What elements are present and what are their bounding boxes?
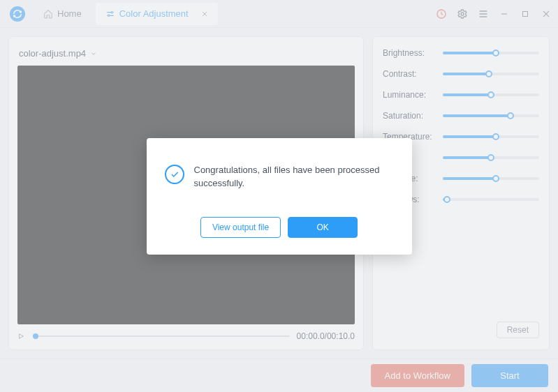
view-output-button[interactable]: View output file — [200, 217, 281, 238]
ok-button[interactable]: OK — [288, 217, 358, 238]
modal-backdrop: Congratulations, all files have been pro… — [0, 0, 558, 392]
check-icon — [165, 165, 184, 184]
success-dialog: Congratulations, all files have been pro… — [147, 138, 412, 255]
dialog-message: Congratulations, all files have been pro… — [194, 163, 394, 190]
